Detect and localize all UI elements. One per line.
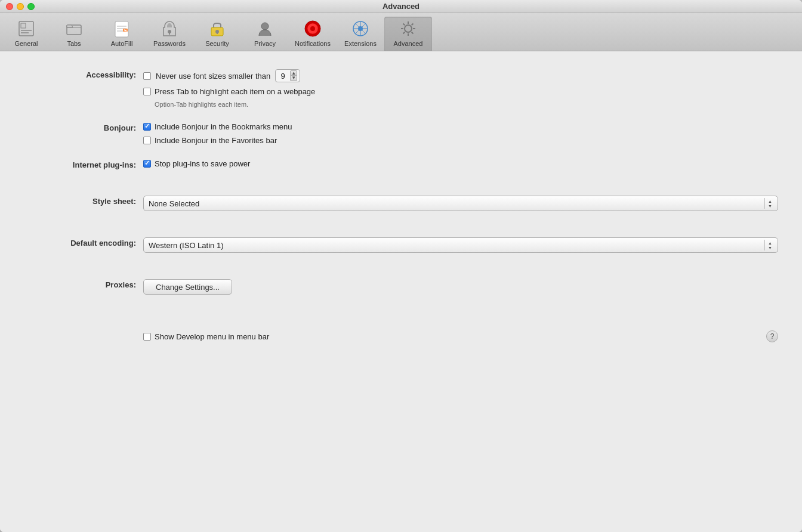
svg-point-24 (405, 25, 412, 32)
stylesheet-down-arrow: ▼ (767, 204, 773, 208)
autofill-icon (112, 19, 131, 38)
plugins-section: Internet plug-ins: Stop plug-ins to save… (24, 159, 778, 169)
bonjour-favorites-row: Include Bonjour in the Favorites bar (143, 136, 778, 145)
svg-rect-1 (21, 23, 26, 28)
tab-general[interactable]: General (2, 17, 50, 51)
content-area: Accessibility: Never use font sizes smal… (0, 51, 802, 532)
tab-advanced[interactable]: Advanced (384, 17, 432, 51)
encoding-dropdown[interactable]: Western (ISO Latin 1) ▲ ▼ (143, 237, 778, 253)
svg-rect-17 (217, 32, 218, 34)
never-font-label: Never use font sizes smaller than (156, 72, 270, 81)
show-develop-checkbox[interactable] (143, 333, 151, 341)
security-icon (208, 19, 227, 38)
tab-highlight-row: Press Tab to highlight each item on a we… (143, 87, 778, 96)
bonjour-row: Bonjour: Include Bonjour in the Bookmark… (24, 122, 778, 145)
stylesheet-controls: None Selected ▲ ▼ (143, 196, 778, 211)
minimize-button[interactable] (17, 3, 24, 10)
bonjour-section: Bonjour: Include Bonjour in the Bookmark… (24, 122, 778, 145)
title-bar: Advanced (0, 0, 802, 13)
change-settings-button[interactable]: Change Settings... (143, 279, 232, 295)
plugins-label: Internet plug-ins: (24, 159, 143, 169)
font-size-row: Never use font sizes smaller than 9 ▲ ▼ (143, 69, 778, 82)
tab-passwords[interactable]: Passwords (146, 17, 193, 51)
accessibility-label: Accessibility: (24, 69, 143, 79)
extensions-icon (351, 19, 370, 38)
tab-autofill-label: AutoFill (111, 40, 133, 47)
proxies-row: Proxies: Change Settings... (24, 279, 778, 295)
tab-tabs[interactable]: Tabs (50, 17, 98, 51)
svg-point-23 (358, 26, 363, 31)
svg-rect-14 (169, 32, 170, 35)
stylesheet-row: Style sheet: None Selected ▲ ▼ (24, 196, 778, 211)
encoding-controls: Western (ISO Latin 1) ▲ ▼ (143, 237, 778, 253)
proxies-controls: Change Settings... (143, 279, 778, 295)
bonjour-bookmarks-checkbox[interactable] (143, 123, 151, 131)
stylesheet-section: Style sheet: None Selected ▲ ▼ (24, 196, 778, 211)
maximize-button[interactable] (27, 3, 35, 10)
bonjour-label: Bonjour: (24, 122, 143, 132)
show-develop-label: Show Develop menu in menu bar (155, 332, 269, 341)
tab-highlight-checkbox[interactable] (143, 88, 151, 95)
tabs-icon (64, 19, 84, 38)
bonjour-bookmarks-row: Include Bonjour in the Bookmarks menu (143, 122, 778, 131)
develop-section: Show Develop menu in menu bar ? (24, 330, 778, 342)
traffic-lights (6, 3, 35, 10)
stylesheet-value: None Selected (149, 199, 199, 208)
stylesheet-label: Style sheet: (24, 196, 143, 206)
stop-plugins-checkbox[interactable] (143, 160, 151, 168)
tab-privacy[interactable]: Privacy (241, 17, 289, 51)
proxies-label: Proxies: (24, 279, 143, 289)
bonjour-favorites-checkbox[interactable] (143, 137, 151, 144)
encoding-label: Default encoding: (24, 237, 143, 248)
window-title: Advanced (383, 2, 419, 11)
bonjour-bookmarks-label: Include Bonjour in the Bookmarks menu (155, 122, 292, 131)
accessibility-controls: Never use font sizes smaller than 9 ▲ ▼ … (143, 69, 778, 108)
never-font-checkbox[interactable] (143, 72, 151, 80)
plugins-controls: Stop plug-ins to save power (143, 159, 778, 168)
proxies-section: Proxies: Change Settings... (24, 279, 778, 295)
svg-point-18 (261, 23, 269, 30)
svg-line-32 (403, 32, 405, 34)
encoding-value: Western (ISO Latin 1) (149, 241, 223, 250)
font-size-select[interactable]: 9 ▲ ▼ (275, 69, 300, 82)
stylesheet-stepper: ▲ ▼ (764, 198, 773, 209)
encoding-down-arrow: ▼ (767, 246, 773, 250)
close-button[interactable] (6, 3, 13, 10)
tab-extensions[interactable]: Extensions (337, 17, 384, 51)
tab-security-label: Security (205, 40, 229, 47)
svg-point-21 (310, 26, 315, 31)
tab-extensions-label: Extensions (344, 40, 377, 47)
help-button[interactable]: ? (766, 330, 778, 342)
notifications-icon (303, 19, 322, 38)
encoding-section: Default encoding: Western (ISO Latin 1) … (24, 237, 778, 253)
develop-row: Show Develop menu in menu bar ? (24, 330, 778, 342)
tab-notifications-label: Notifications (295, 40, 331, 47)
stop-plugins-row: Stop plug-ins to save power (143, 159, 778, 168)
tab-tabs-label: Tabs (67, 40, 81, 47)
toolbar: General Tabs (0, 13, 802, 51)
window: Advanced General (0, 0, 802, 532)
tab-advanced-label: Advanced (394, 40, 423, 47)
bonjour-controls: Include Bonjour in the Bookmarks menu In… (143, 122, 778, 145)
plugins-row: Internet plug-ins: Stop plug-ins to save… (24, 159, 778, 169)
svg-line-31 (412, 24, 414, 26)
stylesheet-dropdown[interactable]: None Selected ▲ ▼ (143, 196, 778, 211)
bonjour-favorites-label: Include Bonjour in the Favorites bar (155, 136, 277, 145)
tab-autofill[interactable]: AutoFill (98, 17, 146, 51)
advanced-icon (399, 19, 418, 38)
font-size-stepper[interactable]: ▲ ▼ (290, 70, 297, 81)
font-size-value: 9 (278, 72, 288, 81)
tab-passwords-label: Passwords (153, 40, 186, 47)
accessibility-row: Accessibility: Never use font sizes smal… (24, 69, 778, 108)
font-size-down[interactable]: ▼ (290, 76, 297, 81)
stylesheet-up-arrow: ▲ (767, 199, 773, 203)
tab-security[interactable]: Security (193, 17, 241, 51)
tab-notifications[interactable]: Notifications (289, 17, 337, 51)
tab-privacy-label: Privacy (254, 40, 276, 47)
svg-line-29 (403, 24, 405, 26)
tab-highlight-hint: Option-Tab highlights each item. (155, 101, 778, 108)
encoding-row: Default encoding: Western (ISO Latin 1) … (24, 237, 778, 253)
privacy-icon (255, 19, 274, 38)
accessibility-section: Accessibility: Never use font sizes smal… (24, 69, 778, 108)
tab-general-label: General (14, 40, 38, 47)
